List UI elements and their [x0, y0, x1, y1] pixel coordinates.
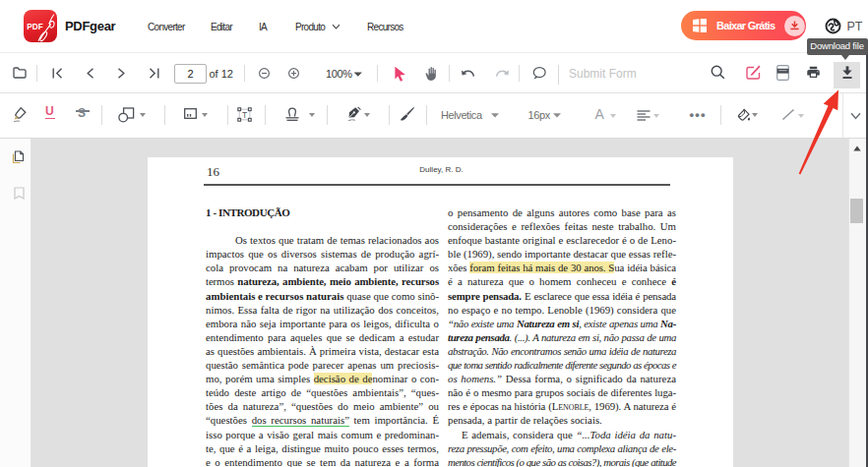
svg-text:T: T: [241, 109, 246, 119]
svg-text:PDF: PDF: [27, 23, 43, 31]
